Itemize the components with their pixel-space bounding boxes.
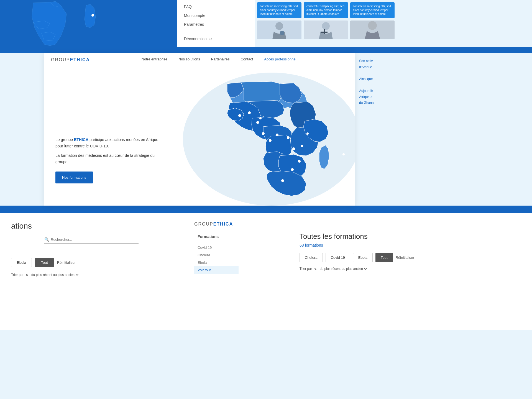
svg-point-3	[280, 31, 284, 35]
website-wrapper: GROUP ETHICA Notre entreprise Nos soluti…	[0, 53, 532, 206]
map-dot-2	[238, 114, 241, 117]
logo: GROUP ETHICA	[51, 57, 90, 62]
filter-ebola-right[interactable]: Ebola	[353, 253, 373, 262]
menu-settings[interactable]: Paramètres	[184, 21, 248, 28]
hero-section: Le groupe ETHICA participe aux actions m…	[44, 67, 355, 206]
user-menu: FAQ Mon compte Paramètres Déconnexion ⏻	[177, 0, 255, 47]
sidebar-nav: Formations Covid 19 Cholera Ebola Voir t…	[194, 232, 239, 274]
cards-row-1: consetetur sadipscing elitr, sed diam no…	[257, 2, 530, 18]
filter-tout-left[interactable]: Tout	[35, 258, 54, 267]
sidebar-cholera[interactable]: Cholera	[194, 251, 239, 259]
map-dot-3	[256, 121, 259, 124]
top-right-panel: FAQ Mon compte Paramètres Déconnexion ⏻ …	[177, 0, 532, 47]
blue-divider	[0, 206, 532, 213]
sidebar-covid19[interactable]: Covid 19	[194, 244, 239, 251]
top-map	[0, 0, 177, 47]
sort-arrows-right: ⇅	[314, 267, 316, 270]
top-cards-area: consetetur sadipscing elitr, sed diam no…	[255, 0, 532, 47]
sort-label-left: Trier par	[11, 273, 24, 277]
bottom-logo-group: GROUP	[194, 222, 213, 227]
filter-covid19-right[interactable]: Covid 19	[326, 253, 350, 262]
sort-select-right[interactable]: du plus récent au plus ancien	[319, 267, 368, 271]
card-blue-2: consetetur sadipscing elitr, sed diam no…	[304, 2, 348, 18]
sort-arrows-left: ⇅	[26, 273, 28, 277]
sidebar-ebola[interactable]: Ebola	[194, 259, 239, 266]
menu-account[interactable]: Mon compte	[184, 12, 248, 19]
card-blue-1: consetetur sadipscing elitr, sed diam no…	[257, 2, 301, 18]
nav-contact[interactable]: Contact	[241, 57, 253, 62]
filter-tout-right[interactable]: Tout	[375, 253, 393, 262]
map-dot-5	[269, 139, 272, 142]
reset-button-right[interactable]: Réinitialiser	[396, 255, 414, 260]
nav-notre-entreprise[interactable]: Notre entreprise	[142, 57, 167, 62]
bottom-right-logo: GROUP ETHICA	[194, 222, 521, 227]
map-dot-10	[291, 168, 294, 171]
menu-logout[interactable]: Déconnexion ⏻	[184, 35, 248, 42]
bottom-right-panel: GROUP ETHICA Formations Covid 19 Cholera…	[183, 213, 532, 330]
reset-button-left[interactable]: Réinitialiser	[57, 260, 76, 265]
logo-ethica-text: ETHICA	[70, 57, 90, 62]
top-section: FAQ Mon compte Paramètres Déconnexion ⏻ …	[0, 0, 532, 47]
cards-row-2	[257, 21, 530, 39]
website-main: GROUP ETHICA Notre entreprise Nos soluti…	[44, 53, 355, 206]
map-dot-13	[306, 132, 309, 135]
bottom-section: ations 🔍 Ebola Tout Réinitialiser Trier …	[0, 213, 532, 330]
map-dot-8	[292, 147, 295, 150]
website-right-panel: Son activ d'Afrique Ainsi que Aujourd'h …	[355, 53, 532, 206]
right-line-3: Ainsi que	[359, 76, 528, 82]
map-dot-9	[298, 160, 301, 163]
sidebar-nav-title: Formations	[194, 232, 239, 241]
nav-nos-solutions[interactable]: Nos solutions	[178, 57, 200, 62]
logout-icon: ⏻	[208, 37, 212, 41]
africa-map-svg	[161, 67, 355, 206]
menu-faq[interactable]: FAQ	[184, 3, 248, 10]
sort-row-left: Trier par ⇅ du plus récent au plus ancie…	[11, 273, 172, 277]
top-blue-bar	[0, 47, 532, 53]
top-map-svg	[0, 0, 177, 47]
main-nav: GROUP ETHICA Notre entreprise Nos soluti…	[44, 53, 355, 67]
map-dot-12	[259, 117, 262, 119]
nav-partenaires[interactable]: Partenaires	[211, 57, 229, 62]
sort-select-left[interactable]: du plus récent au plus ancien	[30, 273, 79, 277]
search-input[interactable]	[51, 237, 139, 242]
right-line-5: Afrique a	[359, 94, 528, 100]
bottom-left-title: ations	[11, 222, 172, 231]
filter-row-right: Cholera Covid 19 Ebola Tout Réinitialise…	[300, 253, 414, 262]
nos-formations-button[interactable]: Nos formations	[55, 172, 93, 183]
svg-point-5	[322, 22, 330, 30]
filter-cholera-right[interactable]: Cholera	[300, 253, 323, 262]
search-icon: 🔍	[44, 237, 49, 242]
filter-ebola-left[interactable]: Ebola	[11, 258, 32, 267]
right-line-6: du Ghana	[359, 100, 528, 106]
africa-map-container	[161, 67, 355, 206]
card-blue-3: consetetur sadipscing elitr, sed diam no…	[350, 2, 395, 18]
filter-row-left: Ebola Tout Réinitialiser	[11, 258, 172, 267]
nav-links: Notre entreprise Nos solutions Partenair…	[90, 57, 348, 62]
sort-label-right: Trier par	[300, 267, 312, 271]
bottom-logo-ethica: ETHICA	[213, 222, 233, 227]
card-image-2	[304, 21, 348, 39]
right-line-2: d'Afrique	[359, 64, 528, 70]
right-line-1: Son activ	[359, 58, 528, 64]
right-panel-text: Son activ d'Afrique Ainsi que Aujourd'h …	[359, 58, 528, 106]
map-dot-6	[276, 134, 278, 136]
map-dot-7	[287, 136, 290, 139]
map-dot-1	[248, 111, 251, 114]
hero-content: Le groupe ETHICA participe aux actions m…	[55, 137, 161, 183]
logo-group-text: GROUP	[51, 57, 70, 62]
hero-text-2: La formation des médecins est au cœur de…	[55, 152, 161, 165]
svg-point-0	[91, 14, 94, 17]
website-left-panel	[0, 53, 44, 206]
bottom-right-content: Formations Covid 19 Cholera Ebola Voir t…	[194, 232, 521, 274]
nav-acces-professionnel[interactable]: Accès professionnel	[264, 57, 296, 62]
page-title-right: Toutes les formations	[300, 232, 414, 241]
formation-count: 68 formations	[300, 243, 414, 247]
main-content-right: Toutes les formations 68 formations Chol…	[300, 232, 414, 274]
svg-point-2	[275, 22, 283, 30]
card-image-3	[350, 21, 395, 39]
map-dot-4	[262, 132, 265, 135]
svg-point-9	[368, 21, 377, 30]
sidebar-voir-tout[interactable]: Voir tout	[194, 266, 239, 274]
card-image-1	[257, 21, 301, 39]
map-dot-15	[342, 153, 345, 155]
